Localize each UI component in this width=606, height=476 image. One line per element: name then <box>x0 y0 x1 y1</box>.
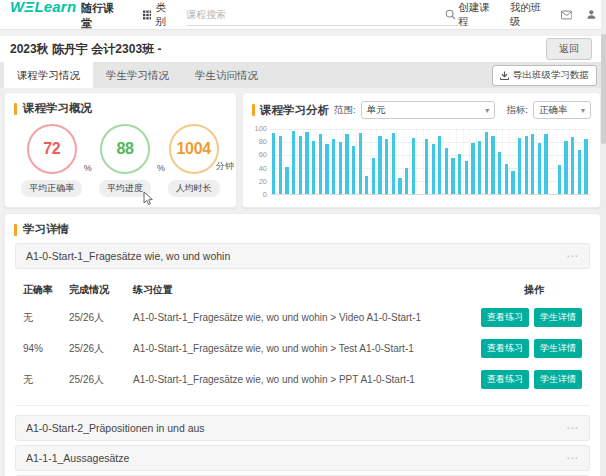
unit-title: A1-0-Start-1_Fragesätze wie, wo und wohi… <box>26 250 230 262</box>
tab-student-visits[interactable]: 学生访问情况 <box>182 62 271 88</box>
bar <box>317 129 324 194</box>
stat-average-progress: 88 % 平均进度 <box>99 124 151 197</box>
tab-student-learning[interactable]: 学生学习情况 <box>93 62 182 88</box>
y-tick-label: 80 <box>249 138 271 146</box>
bar <box>371 129 378 194</box>
range-label: 范围: <box>334 104 356 117</box>
bar <box>311 129 318 194</box>
export-label: 导出班级学习数据 <box>513 69 589 82</box>
bar <box>444 129 451 194</box>
section-marker <box>252 104 255 116</box>
bar <box>391 129 398 194</box>
y-tick-label: 0 <box>249 191 271 199</box>
bar <box>410 129 417 194</box>
metric-label: 指标: <box>506 104 528 117</box>
section-marker <box>14 103 17 115</box>
cell-accuracy: 无 <box>23 311 69 325</box>
accuracy-ring: 72 <box>27 124 77 174</box>
view-exercise-button[interactable]: 查看练习 <box>481 370 529 389</box>
metric-select[interactable]: 正确率 ▾ <box>533 101 591 119</box>
range-select-value: 单元 <box>367 104 386 117</box>
col-location: 练习位置 <box>133 283 442 297</box>
view-exercise-button[interactable]: 查看练习 <box>481 339 529 358</box>
y-tick-label: 40 <box>249 165 271 173</box>
category-menu[interactable]: 类别 <box>143 1 175 29</box>
unit-accordion-collapsed[interactable]: A1-1-1_Aussagesätze ⋯ <box>15 445 590 471</box>
more-icon[interactable]: ⋯ <box>566 421 579 435</box>
bar <box>557 129 564 194</box>
bar <box>284 129 291 194</box>
student-details-button[interactable]: 学生详情 <box>534 370 582 389</box>
duration-ring: 1004 <box>169 124 219 174</box>
duration-unit: 分钟 <box>216 160 234 173</box>
page-scrollbar[interactable] <box>601 0 606 476</box>
accuracy-unit: % <box>84 163 92 173</box>
create-course-link[interactable]: 创建课程 <box>458 1 494 29</box>
table-row: 94% 25/26人 A1-0-Start-1_Fragesätze wie, … <box>23 333 582 364</box>
bar <box>464 129 471 194</box>
welearn-logo[interactable]: WΞLearn 随行课堂 <box>10 0 115 31</box>
bar <box>344 129 351 194</box>
stat-average-accuracy: 72 % 平均正确率 <box>21 124 82 197</box>
unit-title: A1-0-Start-2_Präpositionen in und aus <box>26 422 205 434</box>
view-exercise-button[interactable]: 查看练习 <box>481 308 529 327</box>
range-select[interactable]: 单元 ▾ <box>361 101 496 119</box>
cell-completion: 25/26人 <box>69 311 133 325</box>
bar <box>384 129 391 194</box>
bar <box>357 129 364 194</box>
export-button[interactable]: 导出班级学习数据 <box>492 65 597 86</box>
more-icon[interactable]: ⋯ <box>566 249 579 263</box>
back-button[interactable]: 返回 <box>546 38 592 60</box>
cell-completion: 25/26人 <box>69 342 133 356</box>
section-marker <box>14 224 17 236</box>
bar <box>278 129 285 194</box>
scrollbar-thumb[interactable] <box>601 34 606 144</box>
bar <box>583 129 590 194</box>
bar <box>537 129 544 194</box>
unit-accordion-expanded[interactable]: A1-0-Start-1_Fragesätze wie, wo und wohi… <box>15 243 590 269</box>
unit-accordion-collapsed[interactable]: A1-0-Start-2_Präpositionen in und aus ⋯ <box>15 415 590 441</box>
details-title: 学习详情 <box>23 222 69 237</box>
y-tick-label: 60 <box>249 151 271 159</box>
bar <box>470 129 477 194</box>
bar <box>377 129 384 194</box>
table-row: 无 25/26人 A1-0-Start-1_Fragesätze wie, wo… <box>23 302 582 333</box>
bar <box>503 129 510 194</box>
cell-accuracy: 94% <box>23 343 69 354</box>
class-title-bar: 2023秋 陈丹宇 会计2303班 - 返回 <box>0 36 606 62</box>
duration-label: 人均时长 <box>168 180 220 197</box>
logo-wordmark: WΞLearn <box>10 0 76 15</box>
bar <box>543 129 550 194</box>
bar <box>490 129 497 194</box>
bar <box>437 129 444 194</box>
mail-icon[interactable] <box>561 10 572 20</box>
overview-title: 课程学习概况 <box>23 101 92 116</box>
stat-average-duration: 1004 分钟 人均时长 <box>168 124 220 197</box>
tab-course-learning[interactable]: 课程学习情况 <box>4 62 93 88</box>
user-icon[interactable] <box>587 9 596 20</box>
student-details-button[interactable]: 学生详情 <box>534 308 582 327</box>
analysis-title: 课程学习分析 <box>260 103 329 118</box>
bar <box>404 129 411 194</box>
bar <box>364 129 371 194</box>
course-analysis-panel: 课程学习分析 范围: 单元 ▾ 指标: 正确率 ▾ 100806040200 <box>242 92 601 208</box>
course-overview-panel: 课程学习概况 72 % 平均正确率 <box>4 92 237 208</box>
progress-unit: % <box>157 163 165 173</box>
search-input[interactable] <box>186 9 445 20</box>
student-details-button[interactable]: 学生详情 <box>534 339 582 358</box>
bar <box>298 129 305 194</box>
bar-plot <box>271 129 590 195</box>
navbar-links: 创建课程 我的班级 <box>458 1 596 29</box>
report-content: 课程学习概况 72 % 平均正确率 <box>0 88 606 476</box>
my-classes-link[interactable]: 我的班级 <box>510 1 546 29</box>
cell-completion: 25/26人 <box>69 373 133 387</box>
cell-location: A1-0-Start-1_Fragesätze wie, wo und wohi… <box>133 312 442 323</box>
bar <box>563 129 570 194</box>
chart-y-axis: 100806040200 <box>249 125 271 199</box>
search-icon[interactable] <box>445 9 456 20</box>
more-icon[interactable]: ⋯ <box>566 451 579 465</box>
bar <box>484 129 491 194</box>
progress-ring: 88 <box>100 124 150 174</box>
col-accuracy: 正确率 <box>23 283 69 297</box>
bar <box>510 129 517 194</box>
